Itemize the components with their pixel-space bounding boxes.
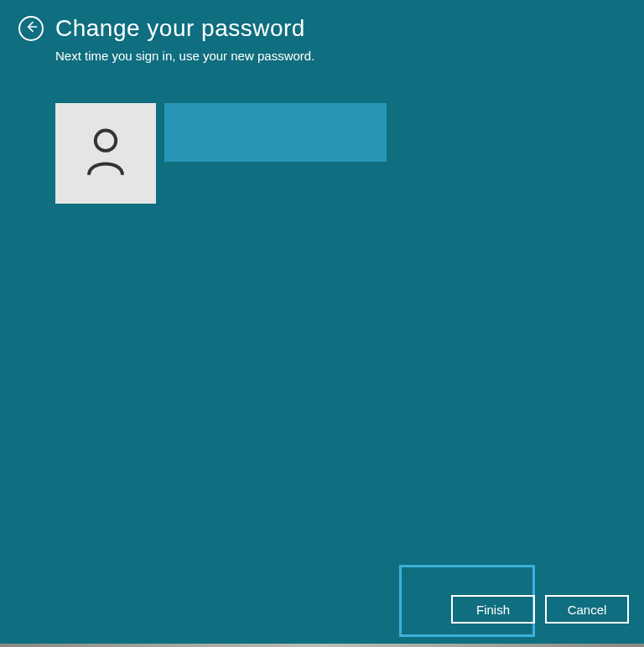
user-section (55, 103, 644, 204)
avatar (55, 103, 156, 204)
finish-button[interactable]: Finish (451, 595, 535, 624)
user-icon (83, 127, 128, 180)
back-arrow-icon (24, 20, 38, 37)
button-row: Finish Cancel (451, 595, 629, 624)
page-title: Change your password (55, 15, 305, 42)
bottom-bar (0, 644, 644, 647)
cancel-button[interactable]: Cancel (545, 595, 629, 624)
username-display (164, 103, 387, 162)
svg-point-1 (96, 130, 116, 150)
page-subtitle: Next time you sign in, use your new pass… (55, 49, 644, 63)
back-button[interactable] (18, 16, 44, 41)
